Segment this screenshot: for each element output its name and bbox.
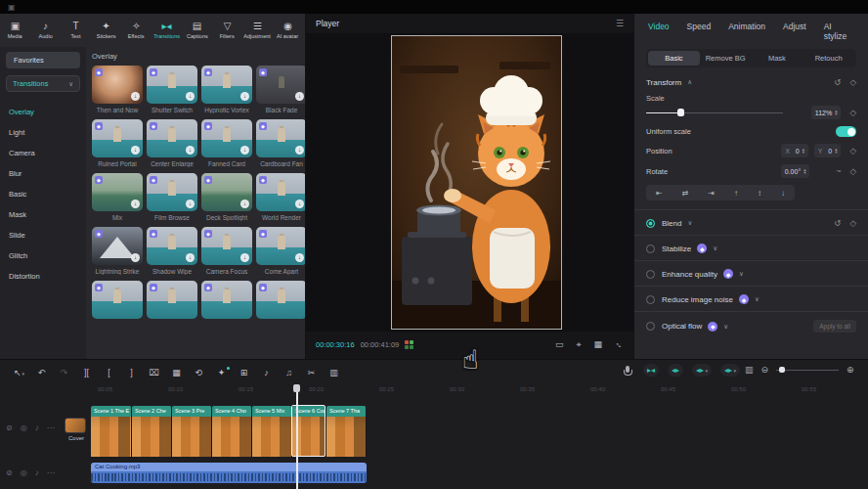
chevron-down-icon[interactable]: ∨: [723, 323, 728, 331]
tab-video[interactable]: Video: [648, 22, 670, 41]
track-lock-icon[interactable]: ⊘: [6, 423, 13, 432]
tab-ai-stylize[interactable]: AI stylize: [824, 22, 854, 41]
ratio-icon[interactable]: ▭: [555, 339, 564, 350]
category-item-overlay[interactable]: Overlay: [6, 102, 80, 122]
blend-chevron-icon[interactable]: ∨: [687, 219, 692, 227]
snap-toggle[interactable]: ▸◂: [643, 364, 659, 377]
category-item-basic[interactable]: Basic: [6, 184, 80, 204]
enhance-quality-checkbox[interactable]: [646, 270, 655, 279]
optical-flow-apply-button[interactable]: Apply to all: [813, 320, 856, 333]
timeline-zoom-in-icon[interactable]: ⊕: [846, 365, 854, 375]
transition-item-come-apart[interactable]: ◆↓Come Apart: [256, 227, 305, 275]
transition-item-partial[interactable]: ◆: [201, 281, 252, 319]
select-tool[interactable]: ↖▾: [8, 368, 30, 378]
align-middle-icon[interactable]: ↕: [758, 189, 761, 198]
cut-button[interactable]: ✂: [300, 368, 323, 378]
extract-audio-button[interactable]: ♫: [278, 368, 300, 378]
tab-animation[interactable]: Animation: [728, 22, 765, 41]
track-visibility-icon[interactable]: ◎: [21, 423, 27, 432]
module-tab-captions[interactable]: ▤Captions: [182, 22, 212, 39]
link-toggle[interactable]: ◂▸: [668, 364, 683, 377]
clip-scene-5-mix[interactable]: Scene 5 Mix: [252, 406, 292, 457]
position-x-stepper[interactable]: ▴▾: [803, 148, 804, 155]
transform-keyframe-icon[interactable]: ◇: [849, 77, 856, 87]
reduce-image-noise-checkbox[interactable]: [646, 295, 655, 304]
transition-item-mix[interactable]: ◆↓Mix: [92, 173, 143, 221]
transition-item-world-render[interactable]: ◆↓World Render: [256, 173, 305, 221]
favorite-badge-icon[interactable]: ◆: [259, 284, 267, 291]
favorite-badge-icon[interactable]: ◆: [95, 230, 103, 238]
playhead[interactable]: [296, 384, 298, 489]
category-item-mask[interactable]: Mask: [6, 204, 80, 225]
favorite-badge-icon[interactable]: ◆: [95, 68, 103, 76]
clip-scene-4-cho[interactable]: Scene 4 Cho: [212, 406, 252, 457]
favorite-badge-icon[interactable]: ◆: [150, 68, 157, 76]
blend-keyframe-icon[interactable]: ◇: [849, 218, 856, 228]
crop-button[interactable]: ⊞: [233, 368, 255, 378]
module-tab-ai-avatar[interactable]: ◉AI avatar: [273, 22, 303, 39]
clip-scene-3-pre[interactable]: Scene 3 Pre: [172, 406, 212, 457]
rotate-keyframe-icon[interactable]: ◇: [849, 166, 856, 176]
rotate-field[interactable]: 0.00° ▴▾: [781, 164, 810, 178]
effect-menu[interactable]: ◂▸ ▾: [720, 364, 740, 377]
position-x-field[interactable]: X 0 ▴▾: [781, 144, 808, 157]
freeze-button[interactable]: ▦: [165, 368, 188, 378]
favorite-badge-icon[interactable]: ◆: [95, 284, 103, 291]
timeline-zoom-slider[interactable]: [776, 366, 839, 374]
timeline-ruler[interactable]: 00:0500:1000:1500:2000:2500:3000:3500:40…: [0, 384, 868, 398]
optical-flow-checkbox[interactable]: [646, 322, 655, 331]
clip-scene-7-tha[interactable]: Scene 7 Tha: [326, 406, 367, 457]
favorite-badge-icon[interactable]: ◆: [204, 176, 212, 184]
transition-item-shadow-wipe[interactable]: ◆↓Shadow Wipe: [147, 227, 197, 275]
favorite-badge-icon[interactable]: ◆: [204, 230, 212, 238]
transition-menu[interactable]: ◂▸ ▾: [692, 364, 712, 377]
align-right-icon[interactable]: ⇥: [708, 189, 715, 198]
trim-right-button[interactable]: ]: [120, 368, 143, 378]
favorite-badge-icon[interactable]: ◆: [259, 122, 267, 130]
favorite-badge-icon[interactable]: ◆: [204, 68, 212, 76]
transitions-group-dropdown[interactable]: Transitions ∨: [6, 75, 80, 92]
track-visibility-icon[interactable]: ◎: [21, 468, 27, 477]
module-tab-effects[interactable]: ✧Effects: [121, 22, 152, 39]
scale-stepper[interactable]: ▴▾: [835, 110, 837, 116]
collapse-icon[interactable]: ∧: [687, 78, 692, 86]
subtab-remove-bg[interactable]: Remove BG: [700, 51, 752, 66]
subtab-mask[interactable]: Mask: [752, 51, 803, 66]
transition-item-cardboard-fan[interactable]: ◆↓Cardboard Fan: [256, 119, 305, 167]
microphone-icon[interactable]: [624, 366, 630, 378]
favorites-button[interactable]: Favorites: [6, 52, 80, 68]
tab-adjust[interactable]: Adjust: [783, 22, 806, 41]
split-button[interactable]: ][: [75, 368, 98, 378]
track-mute-icon[interactable]: ♪: [35, 423, 39, 432]
transition-item-black-fade[interactable]: ◆↓Black Fade: [256, 66, 305, 113]
module-tab-transitions[interactable]: ▸◂Transitions: [152, 22, 182, 39]
position-y-field[interactable]: Y 0 ▴▾: [814, 144, 842, 157]
favorite-badge-icon[interactable]: ◆: [150, 284, 157, 291]
quality-icon[interactable]: ▦: [593, 339, 602, 350]
track-mute-icon[interactable]: ♪: [35, 468, 39, 477]
chevron-down-icon[interactable]: ∨: [739, 270, 744, 278]
module-tab-text[interactable]: TText: [61, 22, 91, 39]
position-keyframe-icon[interactable]: ◇: [849, 146, 856, 156]
align-top-icon[interactable]: ↑: [734, 189, 738, 198]
subtab-basic[interactable]: Basic: [648, 51, 700, 66]
position-y-stepper[interactable]: ▴▾: [835, 148, 837, 155]
favorite-badge-icon[interactable]: ◆: [259, 176, 267, 184]
align-left-icon[interactable]: ⇤: [656, 189, 663, 198]
transition-item-deck-spotlight[interactable]: ◆↓Deck Spotlight: [201, 173, 252, 221]
scale-slider[interactable]: [646, 109, 783, 116]
scale-value-field[interactable]: 112% ▴▾: [811, 106, 842, 119]
subtab-retouch[interactable]: Retouch: [803, 51, 854, 66]
align-bottom-icon[interactable]: ↓: [781, 189, 785, 198]
module-tab-stickers[interactable]: ✦Stickers: [91, 22, 121, 39]
favorite-badge-icon[interactable]: ◆: [150, 230, 157, 238]
uniform-scale-toggle[interactable]: [836, 126, 856, 137]
scale-keyframe-icon[interactable]: ◇: [849, 108, 856, 117]
module-tab-audio[interactable]: ♪Audio: [30, 22, 61, 39]
volume-button[interactable]: ♪: [255, 368, 278, 378]
category-item-camera[interactable]: Camera: [6, 143, 80, 163]
fit-icon[interactable]: ⌖: [576, 339, 581, 350]
preview-canvas[interactable]: ☝: [306, 33, 633, 332]
blend-checkbox[interactable]: [646, 219, 655, 228]
transition-item-then-and-now[interactable]: ◆↓Then and Now: [92, 66, 143, 113]
